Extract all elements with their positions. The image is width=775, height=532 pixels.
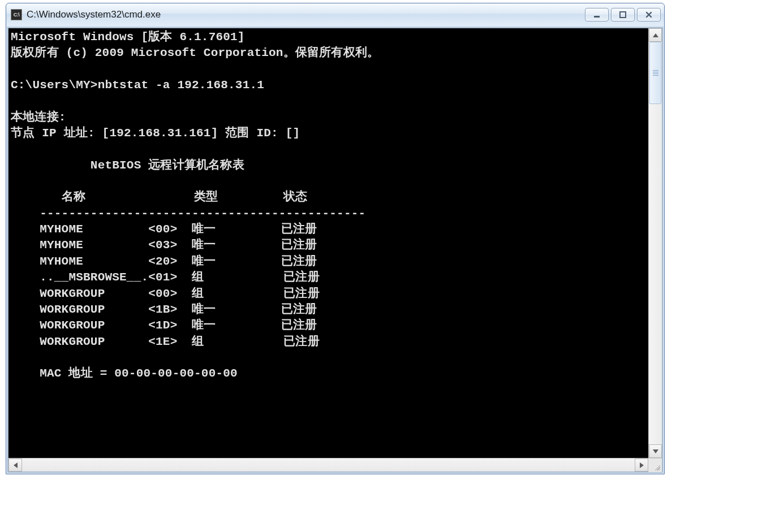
node-ip-line: 节点 IP 址址: [192.168.31.161] 范围 ID: [] <box>11 127 300 140</box>
scroll-down-button[interactable] <box>649 444 662 458</box>
minimize-icon <box>593 11 601 19</box>
table-separator: ----------------------------------------… <box>40 207 365 220</box>
table-title: NetBIOS 远程计算机名称表 <box>91 159 244 172</box>
app-icon: C:\ <box>11 9 22 20</box>
maximize-button[interactable] <box>611 8 635 21</box>
scroll-right-button[interactable] <box>635 459 648 472</box>
table-row: WORKGROUP <1D> 唯一 已注册 <box>40 319 317 332</box>
vscroll-thumb[interactable] <box>649 42 661 104</box>
os-version-line: Microsoft Windows [版本 6.1.7601] <box>11 31 245 44</box>
table-row: MYHOME <20> 唯一 已注册 <box>40 255 317 268</box>
vscroll-track[interactable] <box>649 42 662 444</box>
table-row: WORKGROUP <00> 组 已注册 <box>40 287 320 300</box>
table-row: WORKGROUP <1E> 组 已注册 <box>40 335 320 348</box>
scroll-left-button[interactable] <box>8 459 22 472</box>
chevron-left-icon <box>14 462 18 468</box>
svg-rect-0 <box>594 16 600 18</box>
connection-label: 本地连接: <box>11 111 66 124</box>
maximize-icon <box>619 11 627 19</box>
chevron-right-icon <box>640 462 644 468</box>
table-row: WORKGROUP <1B> 唯一 已注册 <box>40 303 317 316</box>
titlebar[interactable]: C:\ C:\Windows\system32\cmd.exe <box>6 3 664 26</box>
command-text: nbtstat -a 192.168.31.1 <box>98 79 264 92</box>
col-name: 名称 <box>62 191 85 204</box>
window-title: C:\Windows\system32\cmd.exe <box>27 9 585 20</box>
terminal-output[interactable]: Microsoft Windows [版本 6.1.7601] 版权所有 (c)… <box>8 28 648 458</box>
close-button[interactable] <box>637 8 661 21</box>
col-type: 类型 <box>194 191 218 204</box>
table-row: MYHOME <00> 唯一 已注册 <box>40 223 317 236</box>
chevron-up-icon <box>653 33 658 37</box>
close-icon <box>645 11 653 19</box>
cmd-window: C:\ C:\Windows\system32\cmd.exe Microsof… <box>6 3 665 474</box>
hscroll-track[interactable] <box>22 459 635 472</box>
chevron-down-icon <box>653 449 658 453</box>
mac-address-line: MAC 地址 = 00-00-00-00-00-00 <box>40 367 238 380</box>
col-status: 状态 <box>283 191 307 204</box>
svg-rect-1 <box>620 12 626 18</box>
scroll-up-button[interactable] <box>649 28 662 42</box>
table-row: ..__MSBROWSE__.<01> 组 已注册 <box>40 271 320 284</box>
prompt: C:\Users\MY> <box>11 79 98 92</box>
resize-grip[interactable] <box>648 459 662 472</box>
copyright-line: 版权所有 (c) 2009 Microsoft Corporation。保留所有… <box>11 46 379 59</box>
table-row: MYHOME <03> 唯一 已注册 <box>40 239 317 252</box>
window-controls <box>585 8 661 21</box>
horizontal-scrollbar[interactable] <box>8 458 662 472</box>
minimize-button[interactable] <box>585 8 609 21</box>
vertical-scrollbar[interactable] <box>648 28 662 458</box>
